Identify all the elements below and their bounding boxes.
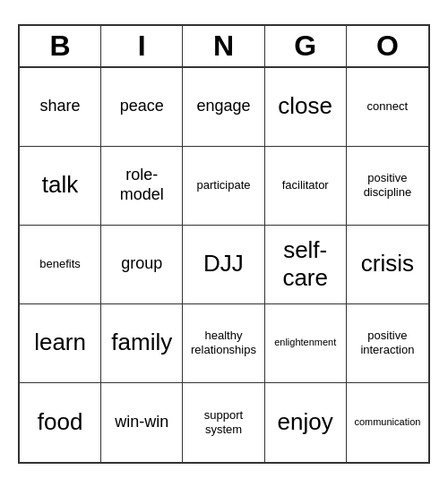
bingo-header: BINGO (20, 26, 428, 68)
cell-text: talk (42, 171, 78, 199)
cell-text: win-win (115, 413, 168, 432)
bingo-cell: positive discipline (347, 147, 428, 226)
bingo-cell: win-win (101, 383, 183, 462)
bingo-card: BINGO sharepeaceengagecloseconnecttalkro… (18, 24, 430, 464)
cell-text: peace (120, 97, 164, 116)
cell-text: communication (354, 416, 420, 428)
bingo-cell: peace (101, 68, 183, 147)
bingo-cell: close (265, 68, 347, 147)
bingo-cell: connect (347, 68, 428, 147)
bingo-cell: self-care (265, 226, 347, 304)
bingo-cell: family (101, 304, 183, 383)
bingo-cell: crisis (347, 226, 428, 304)
cell-text: share (40, 97, 81, 116)
bingo-cell: food (20, 383, 101, 462)
cell-text: benefits (39, 257, 81, 271)
cell-text: positive discipline (350, 171, 425, 199)
header-letter: N (183, 26, 264, 66)
bingo-cell: engage (183, 68, 264, 147)
cell-text: engage (196, 97, 250, 116)
cell-text: role-model (105, 166, 178, 204)
header-letter: G (265, 26, 347, 66)
bingo-cell: group (101, 226, 183, 304)
cell-text: enjoy (278, 408, 333, 436)
bingo-cell: DJJ (183, 226, 264, 304)
cell-text: close (278, 92, 332, 120)
bingo-cell: positive interaction (347, 304, 428, 383)
header-letter: O (347, 26, 428, 66)
cell-text: learn (34, 329, 86, 356)
bingo-cell: support system (183, 383, 264, 462)
cell-text: self-care (269, 236, 342, 292)
bingo-cell: healthy relationships (183, 304, 264, 383)
cell-text: positive interaction (350, 329, 425, 356)
bingo-cell: enjoy (265, 383, 347, 462)
bingo-cell: talk (20, 147, 101, 226)
bingo-grid: sharepeaceengagecloseconnecttalkrole-mod… (20, 68, 428, 462)
bingo-cell: enlightenment (265, 304, 347, 383)
cell-text: support system (186, 408, 260, 436)
cell-text: family (111, 329, 172, 356)
cell-text: healthy relationships (186, 329, 260, 356)
header-letter: I (101, 26, 183, 66)
cell-text: connect (367, 99, 409, 114)
cell-text: DJJ (203, 250, 244, 278)
bingo-cell: communication (347, 383, 428, 462)
bingo-cell: role-model (101, 147, 183, 226)
cell-text: crisis (361, 250, 414, 278)
cell-text: participate (197, 178, 251, 192)
bingo-cell: benefits (20, 226, 101, 304)
bingo-cell: learn (20, 304, 101, 383)
header-letter: B (20, 26, 101, 66)
bingo-cell: participate (183, 147, 264, 226)
cell-text: facilitator (282, 178, 329, 192)
cell-text: enlightenment (274, 337, 336, 348)
bingo-cell: share (20, 68, 101, 147)
cell-text: group (121, 254, 162, 274)
cell-text: food (38, 408, 83, 436)
bingo-cell: facilitator (265, 147, 347, 226)
